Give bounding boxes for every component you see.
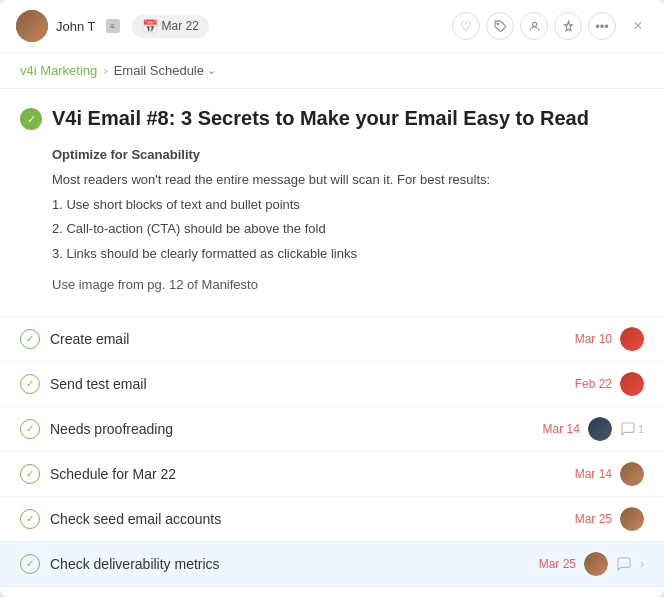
subtask-row[interactable]: ✓Create emailMar 10 <box>0 317 664 362</box>
breadcrumb: v4i Marketing › Email Schedule <box>0 53 664 89</box>
subtask-check[interactable]: ✓ <box>20 464 40 484</box>
task-main: ✓ V4i Email #8: 3 Secrets to Make your E… <box>0 89 664 317</box>
subtask-row[interactable]: ✓Check seed email accountsMar 25 <box>0 497 664 542</box>
subtask-check[interactable]: ✓ <box>20 374 40 394</box>
subtasks-list: ✓Create emailMar 10✓Send test emailFeb 2… <box>0 317 664 597</box>
header-actions: ♡ ••• <box>452 12 616 40</box>
heart-button[interactable]: ♡ <box>452 12 480 40</box>
subtask-name: Check seed email accounts <box>50 511 565 527</box>
close-button[interactable]: × <box>628 16 648 36</box>
subtask-date: Mar 14 <box>543 422 580 436</box>
body-line-5: 3. Links should be clearly formatted as … <box>52 244 644 265</box>
subtask-avatar <box>620 327 644 351</box>
task-title: V4i Email #8: 3 Secrets to Make your Ema… <box>52 105 589 131</box>
svg-point-0 <box>496 22 498 24</box>
subtask-name: Needs proofreading <box>50 421 533 437</box>
subtask-avatar <box>620 507 644 531</box>
breadcrumb-separator: › <box>103 63 107 78</box>
expand-icon[interactable]: › <box>640 557 644 571</box>
subtask-avatar <box>584 552 608 576</box>
subtask-meta: Mar 25 <box>575 507 644 531</box>
more-button[interactable]: ••• <box>588 12 616 40</box>
breadcrumb-current[interactable]: Email Schedule <box>114 63 216 78</box>
task-title-row: ✓ V4i Email #8: 3 Secrets to Make your E… <box>20 105 644 131</box>
subtask-date: Mar 25 <box>575 512 612 526</box>
subtask-avatar <box>588 417 612 441</box>
subtask-name: Create email <box>50 331 565 347</box>
subtask-name: Send test email <box>50 376 565 392</box>
task-card: John T ≡ 📅 Mar 22 ♡ ••• × v4i Marketing … <box>0 0 664 597</box>
subtask-check[interactable]: ✓ <box>20 554 40 574</box>
body-line-4: 2. Call-to-action (CTA) should be above … <box>52 219 644 240</box>
user-avatar <box>16 10 48 42</box>
subtask-avatar <box>620 372 644 396</box>
body-line-3: 1. Use short blocks of text and bullet p… <box>52 195 644 216</box>
body-line-2: Most readers won't read the entire messa… <box>52 170 644 191</box>
subtask-meta: Mar 25› <box>539 552 644 576</box>
task-check[interactable]: ✓ <box>20 108 42 130</box>
body-line-1: Optimize for Scanability <box>52 145 644 166</box>
subtask-meta: Mar 10 <box>575 327 644 351</box>
task-body: Optimize for Scanability Most readers wo… <box>20 145 644 296</box>
subtask-row[interactable]: ✓Check deliverability metricsMar 25› <box>0 542 664 587</box>
subtask-meta: Mar 14 <box>575 462 644 486</box>
breadcrumb-parent[interactable]: v4i Marketing <box>20 63 97 78</box>
subtask-check[interactable]: ✓ <box>20 329 40 349</box>
pin-button[interactable] <box>554 12 582 40</box>
subtask-date: Mar 10 <box>575 332 612 346</box>
subtask-row[interactable]: ✓Send test emailFeb 22 <box>0 362 664 407</box>
body-note: Use image from pg. 12 of Manifesto <box>52 275 644 296</box>
subtask-row[interactable]: ✓Needs proofreadingMar 141 <box>0 407 664 452</box>
calendar-icon: 📅 <box>142 19 158 34</box>
subtask-meta: Feb 22 <box>575 372 644 396</box>
subtask-check[interactable]: ✓ <box>20 509 40 529</box>
subtask-date: Mar 14 <box>575 467 612 481</box>
date-label: Mar 22 <box>162 19 199 33</box>
subtask-check[interactable]: ✓ <box>20 419 40 439</box>
subtask-date: Mar 25 <box>539 557 576 571</box>
header: John T ≡ 📅 Mar 22 ♡ ••• × <box>0 0 664 53</box>
date-pill[interactable]: 📅 Mar 22 <box>132 15 209 38</box>
subtask-date: Feb 22 <box>575 377 612 391</box>
tag-button[interactable] <box>486 12 514 40</box>
assign-button[interactable] <box>520 12 548 40</box>
user-badge-icon: ≡ <box>106 19 120 33</box>
subtask-name: Check deliverability metrics <box>50 556 529 572</box>
subtask-name: Schedule for Mar 22 <box>50 466 565 482</box>
comment-icon <box>616 556 632 572</box>
user-name: John T <box>56 19 96 34</box>
svg-point-1 <box>532 22 536 26</box>
subtask-row[interactable]: ✓Schedule for Mar 22Mar 14 <box>0 452 664 497</box>
subtask-meta: Mar 141 <box>543 417 644 441</box>
subtask-avatar <box>620 462 644 486</box>
comment-icon: 1 <box>620 421 644 437</box>
